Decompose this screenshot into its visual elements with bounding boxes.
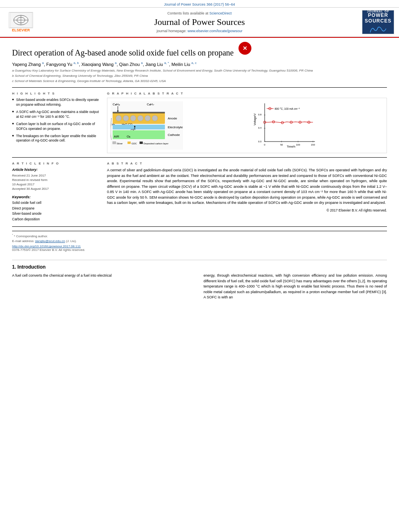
- keyword-4: Carbon deposition: [12, 217, 101, 222]
- svg-text:800 °C, 103 mA cm⁻²: 800 °C, 103 mA cm⁻²: [275, 107, 300, 110]
- homepage-link[interactable]: www.elsevier.com/locate/jpowsour: [187, 29, 243, 33]
- footer-info: * * Corresponding author. E-mail address…: [12, 231, 387, 252]
- intro-col-left: A fuel cell converts the chemical energy…: [12, 273, 195, 300]
- svg-text:C₃H₈: C₃H₈: [113, 103, 120, 106]
- keywords-list: Solid oxide fuel cell Direct propane Sil…: [12, 200, 101, 222]
- svg-point-12: [130, 115, 136, 121]
- highlights-list: Silver-based anode enables SOFCs to dire…: [12, 98, 101, 143]
- highlights-col: H I G H L I G H T S Silver-based anode e…: [12, 92, 101, 153]
- introduction-section: 1. Introduction A fuel cell converts the…: [12, 260, 387, 300]
- svg-point-14: [145, 115, 150, 121]
- svg-text:50: 50: [280, 144, 283, 146]
- divider-2: [12, 157, 387, 158]
- abstract-col: A B S T R A C T A cermet of silver and g…: [107, 162, 387, 222]
- graphical-abstract-heading: G R A P H I C A L A B S T R A C T: [107, 92, 387, 95]
- svg-text:Time/h: Time/h: [287, 145, 295, 148]
- graphical-abstract-box: C₃H₈ C₃H₇ H₂O CO H₂: [107, 98, 387, 153]
- voltage-chart: Voltage/V Time/h 0.0 0.4 0.8 0 50 100 15…: [186, 101, 383, 150]
- svg-text:AIR: AIR: [114, 135, 119, 138]
- svg-text:GDC: GDC: [132, 142, 137, 145]
- footer-left: * * Corresponding author. E-mail address…: [12, 234, 85, 252]
- keyword-2: Direct propane: [12, 206, 101, 212]
- svg-rect-28: [113, 142, 116, 144]
- svg-text:100: 100: [296, 144, 300, 146]
- doi-link[interactable]: http://dx.doi.org/10.1016/j.jpowsour.201…: [12, 244, 85, 248]
- svg-text:C₃H₇: C₃H₇: [147, 103, 154, 106]
- article-history-label: Article history:: [12, 168, 101, 172]
- email-line: E-mail address: jiangliu@scut.edu.cn (J.…: [12, 239, 85, 243]
- svg-text:Silver: Silver: [117, 142, 123, 145]
- main-content: Direct operation of Ag-based anode solid…: [0, 38, 399, 304]
- keywords-label: Keywords:: [12, 195, 101, 199]
- journal-banner: ELSEVIER Contents lists available at Sci…: [0, 7, 399, 37]
- contents-available: Contents lists available at ScienceDirec…: [37, 11, 362, 15]
- issn-line: 0378-7753/© 2017 Elsevier B.V. All right…: [12, 248, 85, 252]
- graphical-abstract-col: G R A P H I C A L A B S T R A C T C₃H₈ C…: [107, 92, 387, 153]
- svg-point-10: [116, 115, 121, 121]
- email-link[interactable]: jiangliu@scut.edu.cn: [35, 239, 65, 243]
- highlight-item-1: Silver-based anode enables SOFCs to dire…: [12, 98, 101, 107]
- journal-title: Journal of Power Sources: [37, 17, 362, 27]
- intro-title: 1. Introduction: [12, 264, 387, 270]
- article-info-heading: A R T I C L E I N F O: [12, 162, 101, 165]
- svg-text:0.0: 0.0: [258, 140, 262, 143]
- corresponding-note: * * Corresponding author.: [12, 234, 85, 238]
- keyword-1: Solid oxide fuel cell: [12, 200, 101, 206]
- affiliation-a: a Guangzhou Key Laboratory for Surface C…: [12, 68, 387, 73]
- copyright: © 2017 Elsevier B.V. All rights reserved…: [107, 208, 387, 212]
- svg-text:150: 150: [311, 144, 315, 146]
- article-info-col: A R T I C L E I N F O Article history: R…: [12, 162, 101, 222]
- received-label: Received 21 June 2017: [12, 173, 49, 178]
- elsevier-text: ELSEVIER: [12, 28, 30, 32]
- svg-rect-30: [128, 142, 131, 144]
- article-title: Direct operation of Ag-based anode solid…: [12, 47, 234, 58]
- affiliation-c: c School of Materials Science & Engineer…: [12, 79, 387, 83]
- divider-3: [12, 226, 387, 227]
- abstract-text: A cermet of silver and gadolinium-doped …: [107, 168, 387, 206]
- sofc-diagram: C₃H₈ C₃H₇ H₂O CO H₂: [111, 101, 183, 150]
- intro-two-col: A fuel cell converts the chemical energy…: [12, 273, 387, 300]
- journal-homepage: journal homepage: www.elsevier.com/locat…: [37, 29, 362, 33]
- affiliation-b: b School of Chemical Engineering, Shando…: [12, 74, 387, 78]
- intro-text-right: energy, through electrochemical reaction…: [204, 273, 387, 300]
- highlights-abstract-row: H I G H L I G H T S Silver-based anode e…: [12, 92, 387, 153]
- authors: Yapeng Zhang a, Fangyong Yu a, b, Xiaoqi…: [12, 61, 387, 67]
- info-abstract-row: A R T I C L E I N F O Article history: R…: [12, 162, 387, 222]
- svg-text:Cathode: Cathode: [168, 133, 180, 137]
- journal-top-bar: Journal of Power Sources 366 (2017) 56–6…: [0, 2, 399, 7]
- highlight-item-4: The breakages on the carbon layer enable…: [12, 134, 101, 144]
- sciencedirect-link[interactable]: ScienceDirect: [210, 11, 232, 15]
- svg-text:0.8: 0.8: [258, 113, 262, 116]
- highlight-item-2: A SOFC with Ag-GDC anode maintains a sta…: [12, 110, 101, 119]
- svg-text:Anode: Anode: [168, 117, 177, 120]
- svg-text:Electrolyte: Electrolyte: [168, 125, 183, 129]
- journal-header: Journal of Power Sources 366 (2017) 56–6…: [0, 0, 399, 38]
- divider-1: [12, 87, 387, 88]
- svg-rect-23: [113, 130, 165, 139]
- title-row: Direct operation of Ag-based anode solid…: [12, 42, 387, 61]
- article-info-content: Article history: Received 21 June 2017 R…: [12, 168, 101, 222]
- svg-point-11: [123, 115, 129, 121]
- power-sources-logo: JOURNAL OF POWER SOURCES: [362, 10, 394, 34]
- svg-rect-32: [140, 142, 143, 144]
- svg-text:O₂: O₂: [127, 135, 130, 138]
- svg-rect-19: [113, 125, 165, 129]
- svg-point-13: [138, 115, 143, 121]
- elsevier-logo-img: [9, 12, 33, 28]
- highlight-item-3: Carbon layer is built on surface of Ag-G…: [12, 122, 101, 131]
- abstract-heading: A B S T R A C T: [107, 162, 387, 165]
- keyword-3: Silver-based anode: [12, 211, 101, 217]
- crossmark-icon[interactable]: ✕: [239, 42, 251, 55]
- intro-col-right: energy, through electrochemical reaction…: [204, 273, 387, 300]
- revised-date: 10 August 2017: [12, 182, 49, 187]
- intro-text-left: A fuel cell converts the chemical energy…: [12, 273, 195, 279]
- article-history-table: Received 21 June 2017 Received in revise…: [12, 173, 49, 191]
- svg-rect-27: [113, 112, 165, 113]
- elsevier-logo: ELSEVIER: [5, 12, 37, 32]
- svg-text:Deposited carbon layer: Deposited carbon layer: [144, 142, 169, 145]
- highlights-heading: H I G H L I G H T S: [12, 92, 101, 95]
- accepted-label: Accepted 30 August 2017: [12, 187, 49, 191]
- svg-text:0.4: 0.4: [258, 127, 262, 129]
- svg-text:Voltage/V: Voltage/V: [253, 113, 257, 125]
- journal-center: Contents lists available at ScienceDirec…: [37, 11, 362, 33]
